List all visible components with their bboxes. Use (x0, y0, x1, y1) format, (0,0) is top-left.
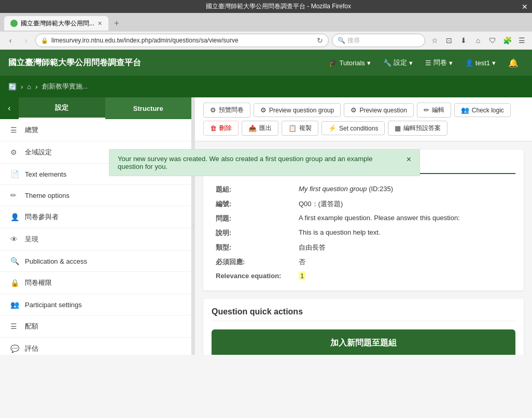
delete-icon: 🗑 (210, 124, 217, 132)
help-value: This is a question help text. (295, 226, 515, 240)
question-label: 問題: (212, 211, 295, 226)
sidebar-item-presentation[interactable]: 👁 呈現 (0, 228, 191, 251)
browser-toolbar-icons: ☆ ⊡ ⬇ ⌂ 🛡 🧩 ☰ (428, 34, 528, 47)
set-conditions-icon: ⚡ (328, 124, 337, 132)
home-icon-browser[interactable]: ⊡ (443, 34, 455, 47)
global-settings-label: 全域設定 (25, 148, 52, 157)
menu-icon[interactable]: ☰ (515, 34, 528, 47)
search-placeholder: 搜尋 (347, 36, 360, 45)
presentation-label: 呈現 (25, 235, 38, 244)
settings-chevron: ▾ (409, 59, 413, 67)
sidebar-item-permissions[interactable]: 🔒 問卷權限 (0, 272, 191, 294)
participants-icon: 👤 (10, 213, 20, 221)
permissions-label: 問卷權限 (25, 278, 52, 287)
preview-survey-button[interactable]: ⚙ 預覽問卷 (203, 103, 250, 118)
surveys-icon: ☰ (425, 59, 431, 67)
address-text: limesurvey.iro.ntnu.edu.tw/index.php/adm… (51, 37, 314, 44)
sidebar-item-quota[interactable]: ☰ 配額 (0, 315, 191, 338)
tutorials-icon: 🎓 (329, 59, 337, 67)
export-button[interactable]: 📤 匯出 (242, 121, 278, 136)
home-breadcrumb[interactable]: 🔄 (8, 83, 17, 91)
table-row: 編號: Q00：(選答題) (212, 197, 515, 211)
breadcrumb-sep: › (35, 83, 37, 91)
top-nav-links: 🎓 Tutorials ▾ 🔧 設定 ▾ ☰ 問卷 ▾ 👤 test1 (324, 55, 524, 71)
mandatory-value: 否 (295, 255, 515, 269)
preview-question-button[interactable]: ⚙ Preview question (344, 103, 413, 117)
delete-button[interactable]: 🗑 刪除 (203, 121, 239, 136)
sidebar-toggle-button[interactable]: ‹ (0, 97, 19, 119)
check-logic-icon: 👥 (461, 106, 469, 114)
publication-icon: 🔍 (10, 257, 20, 265)
settings-link[interactable]: 🔧 設定 ▾ (378, 55, 418, 70)
settings-icon: 🔧 (383, 59, 391, 67)
type-value: 自由長答 (295, 240, 515, 255)
star-icon[interactable]: ☆ (428, 34, 441, 47)
preview-survey-label: 預覽問卷 (219, 106, 244, 114)
edit-icon: ✏ (424, 106, 429, 114)
tab-favicon (10, 20, 18, 27)
tab-label: 國立臺灣師範大學公用問... (21, 19, 94, 28)
copy-label: 複製 (299, 124, 312, 133)
delete-label: 刪除 (219, 124, 232, 133)
notification-close-button[interactable]: × (407, 155, 411, 164)
browser-toolbar: ‹ › 🔒 limesurvey.iro.ntnu.edu.tw/index.p… (0, 32, 532, 50)
breadcrumb-bar: 🔄 › ⌂ › 創新教學實施... (0, 76, 532, 97)
add-question-card-title: 加入新問題至題組 (220, 338, 507, 349)
tutorials-link[interactable]: 🎓 Tutorials ▾ (324, 56, 375, 70)
sidebar-tab-settings[interactable]: 設定 (19, 97, 105, 119)
table-row: 必須回應: 否 (212, 255, 515, 269)
table-row: 類型: 自由長答 (212, 240, 515, 255)
copy-button[interactable]: 📋 複製 (282, 121, 318, 136)
tutorials-label: Tutorials (339, 59, 365, 67)
top-navigation: 國立臺灣師範大學公用問卷調查平台 🎓 Tutorials ▾ 🔧 設定 ▾ ☰ … (0, 50, 532, 76)
forward-button[interactable]: › (20, 34, 32, 47)
theme-options-icon: ✏ (10, 191, 20, 199)
home-icon-breadcrumb[interactable]: ⌂ (27, 83, 31, 91)
app-logo: 國立臺灣師範大學公用問卷調查平台 (8, 57, 315, 68)
relevance-value: 1 (295, 269, 515, 282)
sidebar-item-participant-settings[interactable]: 👥 Participant settings (0, 294, 191, 315)
sidebar-item-theme-options[interactable]: ✏ Theme options (0, 185, 191, 206)
sidebar-item-overview[interactable]: ☰ 總覽 (0, 119, 191, 141)
shield-icon[interactable]: 🛡 (486, 34, 499, 47)
breadcrumb-survey[interactable]: 創新教學實施... (42, 82, 88, 91)
quick-actions-title: Question quick actions (212, 307, 515, 321)
tab-close-button[interactable]: ✕ (97, 20, 102, 27)
relevance-highlight: 1 (299, 271, 305, 280)
group-value: My first question group (ID:235) (295, 182, 515, 197)
extension-icon[interactable]: 🧩 (501, 34, 513, 47)
browser-search-bar[interactable]: 🔍 搜尋 (332, 34, 425, 47)
presentation-icon: 👁 (10, 235, 20, 243)
download-icon[interactable]: ⬇ (457, 34, 470, 47)
browser-close-button[interactable]: ✕ (522, 3, 528, 11)
edit-default-answers-button[interactable]: ▦ 編輯預設答案 (388, 121, 447, 136)
browser-titlebar: 國立臺灣師範大學公用問卷調查平台 - Mozilla Firefox ✕ (0, 0, 532, 13)
sidebar-item-publication[interactable]: 🔍 Publication & access (0, 251, 191, 272)
notification-bell[interactable]: 🔔 (503, 55, 524, 71)
user-link[interactable]: 👤 test1 ▾ (460, 56, 501, 70)
add-question-card[interactable]: 加入新問題至題組 + 加入新問題至題組 (212, 329, 515, 355)
quick-actions-section: Question quick actions 加入新問題至題組 + 加入新問題至… (203, 299, 524, 355)
preview-question-icon: ⚙ (351, 106, 357, 114)
edit-default-answers-label: 編輯預設答案 (403, 124, 441, 133)
code-value: Q00：(選答題) (295, 197, 515, 211)
new-tab-button[interactable]: + (110, 17, 123, 30)
tutorials-chevron: ▾ (367, 59, 371, 67)
check-logic-button[interactable]: 👥 Check logic (454, 103, 511, 117)
edit-button[interactable]: ✏ 編輯 (417, 103, 451, 118)
homepage-icon[interactable]: ⌂ (472, 34, 484, 47)
reload-button[interactable]: ↻ (317, 36, 323, 45)
preview-question-group-button[interactable]: ⚙ Preview question group (254, 103, 341, 117)
sidebar-item-participants[interactable]: 👤 問卷參與者 (0, 206, 191, 228)
surveys-link[interactable]: ☰ 問卷 ▾ (420, 55, 458, 70)
sidebar-tab-structure[interactable]: Structure (105, 97, 192, 119)
text-elements-icon: 📄 (10, 170, 20, 178)
sidebar-item-assessment[interactable]: 💬 評估 (0, 338, 191, 355)
export-label: 匯出 (259, 124, 272, 133)
address-bar[interactable]: 🔒 limesurvey.iro.ntnu.edu.tw/index.php/a… (35, 34, 329, 47)
publication-label: Publication & access (25, 257, 87, 265)
browser-tab[interactable]: 國立臺灣師範大學公用問... ✕ (4, 16, 108, 31)
back-button[interactable]: ‹ (4, 34, 17, 47)
set-conditions-button[interactable]: ⚡ Set conditions (321, 121, 385, 135)
text-elements-label: Text elements (25, 170, 66, 178)
